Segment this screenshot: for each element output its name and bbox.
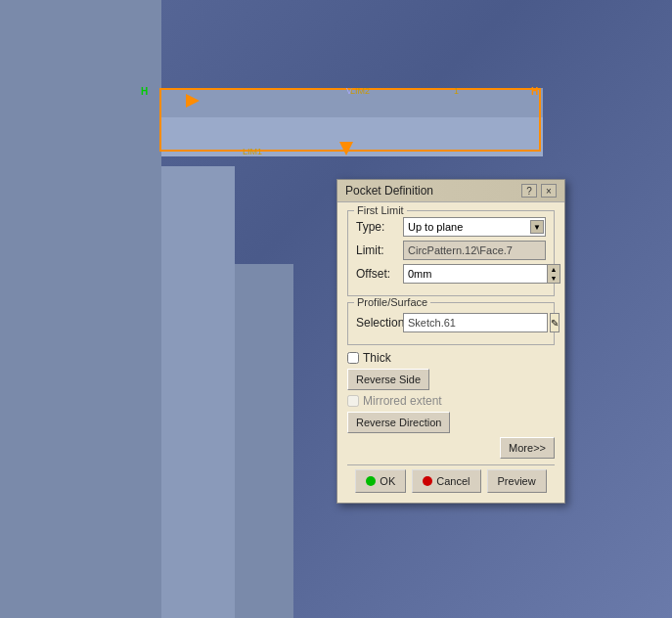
offset-label: Offset: — [356, 267, 403, 281]
thick-row: Thick — [347, 351, 555, 365]
limit-label: Limit: — [356, 243, 403, 257]
type-row: Type: Up to plane ▼ — [356, 217, 546, 237]
ok-label: OK — [380, 475, 395, 487]
cad-arrow-right — [186, 94, 200, 108]
more-btn-row: More>> — [347, 437, 555, 459]
type-label: Type: — [356, 220, 403, 234]
offset-spin-down[interactable]: ▼ — [548, 274, 560, 283]
dialog-content: First Limit Type: Up to plane ▼ Limit: C… — [337, 202, 564, 503]
reverse-side-row: Reverse Side — [347, 369, 555, 390]
more-button[interactable]: More>> — [500, 437, 555, 459]
cad-label-h2: H — [531, 86, 538, 97]
offset-spin-buttons: ▲ ▼ — [547, 264, 560, 284]
cad-label-lim1: LIM1 — [243, 147, 262, 156]
selection-input[interactable] — [403, 313, 548, 332]
reverse-direction-button[interactable]: Reverse Direction — [347, 412, 450, 433]
preview-button[interactable]: Preview — [487, 469, 547, 493]
dialog-close-button[interactable]: × — [541, 184, 557, 198]
dialog-help-button[interactable]: ? — [521, 184, 537, 198]
offset-input-group: ▲ ▼ — [403, 264, 560, 284]
offset-spin-up[interactable]: ▲ — [548, 265, 560, 274]
profile-surface-group: Profile/Surface Selection: ✎ — [347, 302, 555, 345]
dialog-title: Pocket Definition — [345, 184, 433, 198]
pocket-definition-dialog: Pocket Definition ? × First Limit Type: … — [336, 179, 565, 504]
thick-label: Thick — [363, 351, 391, 365]
thick-checkbox[interactable] — [347, 352, 359, 364]
cad-label-lim2: LIM2 — [350, 86, 370, 96]
selection-label: Selection: — [356, 316, 403, 330]
selection-row: Selection: ✎ — [356, 313, 546, 332]
profile-surface-title: Profile/Surface — [354, 296, 430, 308]
type-select-wrapper: Up to plane ▼ — [403, 217, 546, 237]
offset-input[interactable] — [403, 264, 547, 284]
cancel-button[interactable]: Cancel — [412, 469, 480, 493]
dialog-titlebar: Pocket Definition ? × — [337, 180, 564, 202]
first-limit-title: First Limit — [354, 204, 407, 216]
cad-part-step1 — [161, 166, 235, 618]
preview-label: Preview — [498, 475, 536, 487]
cad-part-left — [0, 0, 161, 618]
cad-part-step2 — [235, 264, 293, 618]
cad-label-h1: H — [141, 86, 148, 97]
limit-row: Limit: CircPattern.12\Face.7 — [356, 241, 546, 260]
cancel-label: Cancel — [436, 475, 470, 487]
dialog-controls: ? × — [521, 184, 557, 198]
reverse-side-button[interactable]: Reverse Side — [347, 369, 429, 390]
cad-arrow-down — [339, 142, 353, 155]
type-select[interactable]: Up to plane — [403, 217, 546, 237]
selection-edit-button[interactable]: ✎ — [550, 313, 560, 332]
mirrored-extent-checkbox[interactable] — [347, 395, 359, 407]
ok-dot — [366, 476, 376, 486]
cad-label-num1: 1 — [454, 86, 459, 96]
reverse-direction-row: Reverse Direction — [347, 412, 555, 433]
footer-row: OK Cancel Preview — [347, 464, 555, 495]
limit-value: CircPattern.12\Face.7 — [403, 241, 546, 260]
first-limit-group: First Limit Type: Up to plane ▼ Limit: C… — [347, 210, 555, 296]
cancel-dot — [423, 476, 432, 486]
offset-row: Offset: ▲ ▼ — [356, 264, 546, 284]
mirrored-extent-row: Mirrored extent — [347, 394, 555, 408]
mirrored-extent-label: Mirrored extent — [363, 394, 442, 408]
ok-button[interactable]: OK — [355, 469, 406, 493]
